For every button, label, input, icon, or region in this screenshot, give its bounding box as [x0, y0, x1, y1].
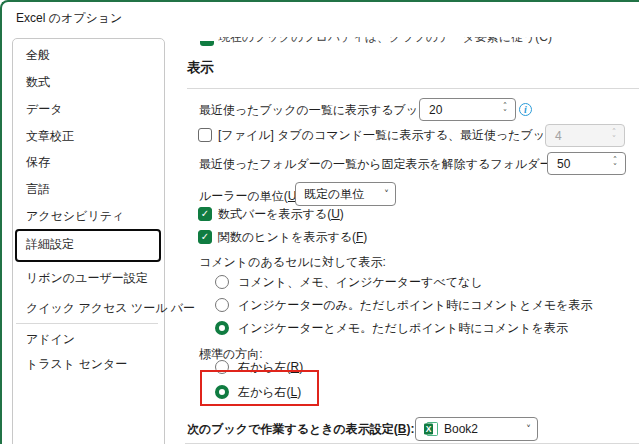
sidebar-item-accessibility[interactable]: アクセシビリティ	[26, 208, 156, 224]
ruler-units-label: ルーラーの単位(U)	[199, 188, 301, 205]
section-divider	[187, 88, 639, 89]
workbook-display-label: 次のブックで作業するときの表示設定(B):	[187, 421, 414, 438]
sidebar-item-customize-ribbon[interactable]: リボンのユーザー設定	[26, 270, 156, 286]
comments-group-label: コメントのあるセルに対して表示:	[199, 254, 386, 271]
section-title-display: 表示	[187, 59, 214, 77]
comments-indicator-and-notes-radio[interactable]	[215, 321, 229, 335]
direction-rtl-label[interactable]: 右から左(R)	[238, 359, 303, 376]
sidebar-item-proofing[interactable]: 文章校正	[26, 128, 156, 144]
sidebar-item-quick-access-toolbar[interactable]: クイック アクセス ツール バー	[26, 300, 156, 316]
chevron-down-icon: ˅	[526, 424, 531, 435]
show-function-hints-label[interactable]: 関数のヒントを表示する(F)	[218, 229, 367, 246]
show-formula-bar-checkbox[interactable]	[198, 207, 212, 221]
sidebar-item-advanced[interactable]: 詳細設定	[26, 236, 156, 252]
direction-rtl-radio[interactable]	[215, 360, 229, 374]
direction-ltr-radio[interactable]	[215, 385, 229, 399]
spinner-down-icon[interactable]: ˅	[613, 164, 618, 171]
sidebar-item-addins[interactable]: アドイン	[26, 331, 156, 347]
sidebar-item-data[interactable]: データ	[26, 101, 156, 117]
window-title: Excel のオプション	[16, 10, 122, 27]
clipped-checkbox-icon	[200, 41, 214, 46]
sidebar-item-language[interactable]: 言語	[26, 181, 156, 197]
sidebar-item-formulas[interactable]: 数式	[26, 74, 156, 90]
file-tab-books-value: 4	[546, 125, 604, 146]
spinner-down-icon[interactable]: ˅	[503, 110, 508, 117]
unpin-folders-value[interactable]: 50	[548, 153, 605, 174]
comments-indicator-only-label[interactable]: インジケーターのみ。ただしポイント時にコメントとメモを表示	[238, 297, 592, 314]
workbook-display-dropdown[interactable]: X Book2 ˅	[415, 417, 538, 441]
direction-ltr-label[interactable]: 左から右(L)	[238, 384, 301, 401]
unpin-folders-label: 最近使ったフォルダーの一覧から固定表示を解除するフォルダーの数(F):	[199, 156, 594, 173]
sidebar-item-trust-center[interactable]: トラスト センター	[26, 356, 156, 372]
info-icon[interactable]: i	[519, 103, 532, 116]
sidebar-item-general[interactable]: 全般	[26, 47, 156, 63]
show-function-hints-checkbox[interactable]	[198, 230, 212, 244]
recent-books-value[interactable]: 20	[420, 99, 495, 120]
clipped-row: 現在のブックのプロパティは、グラフのデータ要素に従う(C)	[218, 37, 598, 46]
sidebar-divider	[16, 323, 158, 324]
excel-options-dialog: Excel のオプション 全般 数式 データ 文章校正 保存 言語 アクセシビリ…	[0, 0, 639, 444]
ruler-units-dropdown[interactable]: 既定の単位 ˅	[295, 182, 396, 206]
sidebar-item-save[interactable]: 保存	[26, 154, 156, 170]
comments-indicator-only-radio[interactable]	[215, 298, 229, 312]
recent-books-spinner[interactable]: 20 ˄˅	[419, 98, 516, 121]
unpin-folders-spinner[interactable]: 50 ˄˅	[547, 152, 626, 175]
file-tab-books-checkbox[interactable]	[198, 128, 212, 142]
svg-text:X: X	[426, 424, 432, 434]
excel-file-icon: X	[424, 422, 438, 436]
spinner-down-icon: ˅	[612, 136, 617, 143]
file-tab-books-spinner: 4 ˄˅	[545, 124, 625, 147]
comments-none-label[interactable]: コメント、メモ、インジケーターすべてなし	[238, 274, 483, 291]
show-formula-bar-label[interactable]: 数式バーを表示する(U)	[218, 206, 344, 223]
chevron-down-icon: ˅	[384, 189, 389, 200]
comments-none-radio[interactable]	[215, 275, 229, 289]
comments-indicator-and-notes-label[interactable]: インジケーターとメモ。ただしポイント時にコメントを表示	[238, 320, 568, 337]
workbook-display-value: Book2	[444, 422, 520, 436]
ruler-units-value: 既定の単位	[304, 186, 378, 203]
